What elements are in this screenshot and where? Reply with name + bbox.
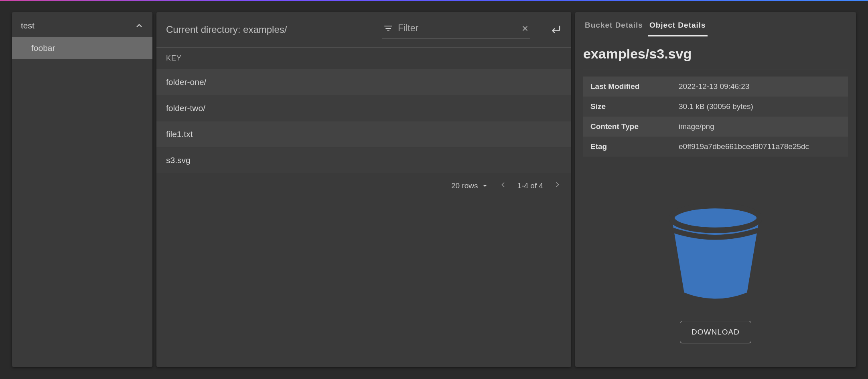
next-page-button[interactable] bbox=[554, 181, 562, 191]
object-metadata-list: Last Modified 2022-12-13 09:46:23 Size 3… bbox=[575, 69, 856, 157]
kv-value: 30.1 kB (30056 bytes) bbox=[679, 102, 753, 111]
kv-value: 2022-12-13 09:46:23 bbox=[679, 82, 749, 91]
s3-bucket-icon bbox=[659, 193, 772, 305]
app-shell: test foobar Current directory: examples/ bbox=[12, 12, 856, 367]
details-panel: Bucket Details Object Details examples/s… bbox=[575, 12, 856, 367]
prev-page-button[interactable] bbox=[499, 181, 507, 191]
page-range-label: 1-4 of 4 bbox=[517, 181, 543, 190]
kv-value: image/png bbox=[679, 122, 714, 131]
filter-input[interactable] bbox=[397, 22, 517, 34]
sidebar-item-foobar[interactable]: foobar bbox=[12, 37, 152, 59]
chevron-up-icon bbox=[135, 21, 144, 30]
row-key: file1.txt bbox=[166, 129, 193, 139]
clear-filter-icon[interactable] bbox=[521, 24, 529, 32]
kv-row: Etag e0ff919a7dbe661bced90711a78e25dc bbox=[583, 137, 848, 157]
details-tabs: Bucket Details Object Details bbox=[575, 12, 856, 36]
tab-bucket-details[interactable]: Bucket Details bbox=[583, 15, 645, 36]
kv-row: Last Modified 2022-12-13 09:46:23 bbox=[583, 77, 848, 97]
table-row[interactable]: file1.txt bbox=[156, 121, 571, 147]
row-key: folder-one/ bbox=[166, 77, 206, 87]
kv-row: Content Type image/png bbox=[583, 117, 848, 137]
table-body: folder-one/ folder-two/ file1.txt s3.svg bbox=[156, 69, 571, 173]
table-row[interactable]: folder-one/ bbox=[156, 69, 571, 95]
table-row[interactable]: s3.svg bbox=[156, 147, 571, 173]
kv-row: Size 30.1 kB (30056 bytes) bbox=[583, 97, 848, 117]
download-button[interactable]: DOWNLOAD bbox=[680, 321, 751, 343]
sidebar-item-label: test bbox=[21, 21, 34, 30]
object-title: examples/s3.svg bbox=[575, 36, 856, 69]
kv-key: Size bbox=[590, 102, 679, 111]
listing-toolbar: Current directory: examples/ bbox=[156, 12, 571, 47]
row-key: folder-two/ bbox=[166, 103, 205, 113]
object-listing-panel: Current directory: examples/ KEY folder-… bbox=[156, 12, 571, 367]
bucket-tree-sidebar: test foobar bbox=[12, 12, 152, 367]
sidebar-item-test[interactable]: test bbox=[12, 12, 152, 37]
kv-key: Etag bbox=[590, 142, 679, 151]
enter-directory-button[interactable] bbox=[550, 24, 562, 36]
rows-per-page-label: 20 rows bbox=[451, 181, 478, 190]
top-gradient-strip bbox=[0, 0, 868, 1]
current-directory-label: Current directory: examples/ bbox=[166, 24, 287, 35]
table-header-key: KEY bbox=[156, 47, 571, 69]
table-row[interactable]: folder-two/ bbox=[156, 95, 571, 121]
rows-per-page-select[interactable]: 20 rows bbox=[451, 181, 489, 190]
sidebar-item-label: foobar bbox=[31, 43, 55, 53]
filter-field-wrap bbox=[382, 21, 530, 38]
kv-key: Content Type bbox=[590, 122, 679, 131]
row-key: s3.svg bbox=[166, 155, 191, 165]
filter-icon bbox=[383, 24, 393, 33]
object-preview: DOWNLOAD bbox=[575, 164, 856, 367]
kv-key: Last Modified bbox=[590, 82, 679, 91]
kv-value: e0ff919a7dbe661bced90711a78e25dc bbox=[679, 142, 809, 151]
tab-object-details[interactable]: Object Details bbox=[648, 15, 708, 36]
pagination-bar: 20 rows 1-4 of 4 bbox=[156, 173, 571, 198]
